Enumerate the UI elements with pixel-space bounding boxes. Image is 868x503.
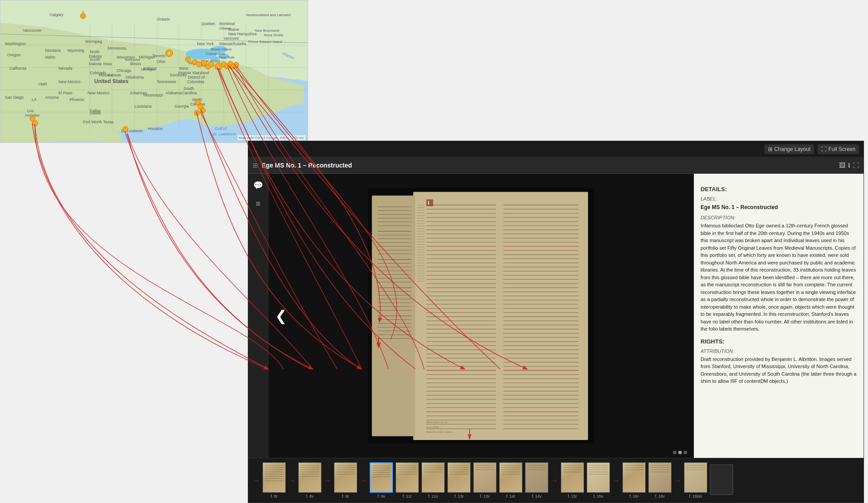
svg-text:I: I bbox=[428, 200, 430, 206]
change-layout-icon: ⊞ bbox=[768, 146, 772, 152]
thumb-item-13r[interactable]: f. 13r bbox=[447, 462, 471, 499]
thumb-arrow-4: → bbox=[360, 477, 367, 485]
change-layout-button[interactable]: ⊞ Change Layout bbox=[764, 144, 814, 154]
svg-text:Mississippi: Mississippi bbox=[143, 93, 163, 97]
attribution-value: Draft reconstruction provided by Benjami… bbox=[701, 356, 857, 385]
svg-text:Vancouver: Vancouver bbox=[23, 28, 42, 33]
thumb-item-13v[interactable]: f. 13v bbox=[473, 462, 497, 499]
chat-button[interactable]: 💬 bbox=[251, 178, 265, 193]
left-toolbar: 💬 ≡ bbox=[248, 174, 268, 458]
thumb-item-11r[interactable]: f. 11r bbox=[396, 462, 419, 499]
svg-text:Nevada: Nevada bbox=[58, 66, 72, 71]
svg-text:Oregon: Oregon bbox=[7, 53, 21, 57]
thumb-item-14v[interactable]: f. 14v bbox=[525, 462, 548, 499]
svg-text:Wyoming: Wyoming bbox=[67, 48, 84, 53]
svg-text:Montreal: Montreal bbox=[219, 21, 235, 26]
svg-text:Virginia: Virginia bbox=[178, 71, 191, 75]
thumb-arrow-6: → bbox=[613, 477, 620, 485]
svg-text:Washington: Washington bbox=[5, 42, 26, 46]
details-heading: DETAILS: bbox=[701, 186, 857, 193]
thumb-item-8v[interactable]: f. 8v bbox=[298, 462, 321, 499]
full-screen-label: Full Screen bbox=[828, 146, 855, 152]
thumb-item-15v[interactable]: f. 15v bbox=[587, 462, 610, 499]
thumb-item-extra[interactable] bbox=[710, 465, 733, 496]
svg-point-114 bbox=[209, 62, 214, 67]
svg-text:Los: Los bbox=[27, 109, 34, 113]
thumb-item-8r[interactable]: f. 8r bbox=[263, 462, 286, 499]
thumb-item-16r[interactable]: f. 16r bbox=[622, 462, 646, 499]
svg-text:Nova Scotia: Nova Scotia bbox=[264, 33, 284, 37]
title-grid-icon: ⊞ bbox=[253, 162, 258, 169]
svg-rect-130 bbox=[413, 192, 588, 440]
svg-text:North: North bbox=[90, 50, 100, 54]
page-dot-1[interactable] bbox=[673, 451, 676, 454]
thumb-item-16v[interactable]: f. 16v bbox=[648, 462, 672, 499]
thumb-item-16bis[interactable]: f. 16bis bbox=[684, 462, 707, 499]
description-field: DESCRIPTION: bbox=[701, 215, 857, 220]
viewer-container: ⊞ Change Layout ⛶ Full Screen ⊞ Ege MS N… bbox=[248, 141, 864, 503]
svg-text:Tennessee: Tennessee bbox=[157, 80, 176, 84]
svg-text:Alabama: Alabama bbox=[166, 91, 182, 95]
thumb-arrow-7: → bbox=[674, 477, 681, 485]
svg-point-109 bbox=[185, 57, 191, 62]
svg-text:Montana: Montana bbox=[45, 48, 61, 53]
manuscript-svg: dñms biñar de an... et in pleno... bñdic… bbox=[300, 188, 662, 444]
thumb-label-16r: f. 16r bbox=[630, 494, 639, 499]
thumb-arrow-2: → bbox=[288, 477, 296, 485]
thumbnail-strip: → f. 8r → bbox=[248, 458, 864, 503]
svg-text:District of: District of bbox=[188, 75, 205, 80]
svg-text:Arizona: Arizona bbox=[45, 95, 59, 100]
thumb-arrow-3: → bbox=[324, 477, 331, 485]
thumb-item-14r[interactable]: f. 14r bbox=[499, 462, 522, 499]
viewer-top-bar: ⊞ Change Layout ⛶ Full Screen bbox=[760, 141, 864, 157]
thumb-image-16v bbox=[648, 462, 672, 493]
thumb-image-extra bbox=[710, 465, 733, 495]
svg-text:Gulf of: Gulf of bbox=[215, 126, 227, 131]
svg-point-128 bbox=[123, 126, 128, 132]
map-container[interactable]: Atlantic Vancouver Washington Oregon bbox=[0, 0, 308, 143]
thumb-label-16bis: f. 16bis bbox=[689, 494, 702, 499]
thumb-item-11v[interactable]: f. 11v bbox=[421, 462, 445, 499]
thumb-image-15r bbox=[561, 462, 584, 493]
svg-text:California: California bbox=[9, 66, 26, 71]
attribution-field: ATTRIBUTION: bbox=[701, 348, 857, 354]
thumb-image-16r bbox=[622, 462, 646, 493]
info-icon[interactable]: ℹ bbox=[848, 162, 850, 169]
prev-nav-arrow[interactable]: ❮ bbox=[275, 307, 287, 324]
thumb-item-9r[interactable]: f. 9r bbox=[334, 462, 357, 499]
rights-heading: RIGHTS: bbox=[701, 338, 857, 345]
svg-text:Kansas: Kansas bbox=[108, 73, 121, 77]
menu-button[interactable]: ≡ bbox=[254, 197, 263, 211]
thumb-item-15r[interactable]: f. 15r bbox=[561, 462, 584, 499]
svg-text:Chicago: Chicago bbox=[117, 68, 131, 73]
svg-text:Illinois: Illinois bbox=[130, 62, 142, 66]
svg-text:Rhode Island: Rhode Island bbox=[210, 47, 231, 51]
thumb-arrow-left-1: → bbox=[253, 477, 260, 485]
thumb-label-8v: f. 8v bbox=[306, 494, 313, 499]
svg-text:Dakota: Dakota bbox=[89, 62, 102, 66]
thumb-image-15v bbox=[587, 462, 610, 493]
thumb-label-9v: f. 9v bbox=[377, 494, 385, 499]
thumb-label-13r: f. 13r bbox=[455, 494, 464, 499]
change-layout-label: Change Layout bbox=[774, 146, 810, 152]
thumb-image-11v bbox=[421, 462, 445, 493]
expand-icon[interactable]: ⛶ bbox=[853, 162, 859, 169]
svg-text:Columbia: Columbia bbox=[187, 80, 204, 84]
full-screen-button[interactable]: ⛶ Full Screen bbox=[818, 144, 859, 154]
thumb-image-16bis bbox=[684, 462, 707, 493]
svg-text:Iowa: Iowa bbox=[103, 62, 112, 66]
svg-text:Dakota: Dakota bbox=[89, 54, 102, 59]
svg-text:Carolina: Carolina bbox=[182, 91, 197, 95]
image-icon[interactable]: 🖼 bbox=[839, 162, 845, 169]
page-dot-3[interactable] bbox=[684, 451, 687, 454]
svg-text:Utah: Utah bbox=[38, 82, 47, 86]
svg-text:New Hampshire: New Hampshire bbox=[228, 32, 257, 36]
pagination-dots bbox=[673, 451, 687, 454]
svg-text:San Diego: San Diego bbox=[5, 95, 24, 100]
full-screen-icon: ⛶ bbox=[821, 146, 826, 152]
page-dot-2[interactable] bbox=[678, 451, 682, 454]
thumb-item-9v[interactable]: f. 9v bbox=[370, 462, 393, 499]
svg-text:Winnipeg: Winnipeg bbox=[85, 39, 102, 44]
thumb-label-11v: f. 11v bbox=[428, 494, 438, 499]
svg-text:Louisiana: Louisiana bbox=[134, 104, 152, 109]
